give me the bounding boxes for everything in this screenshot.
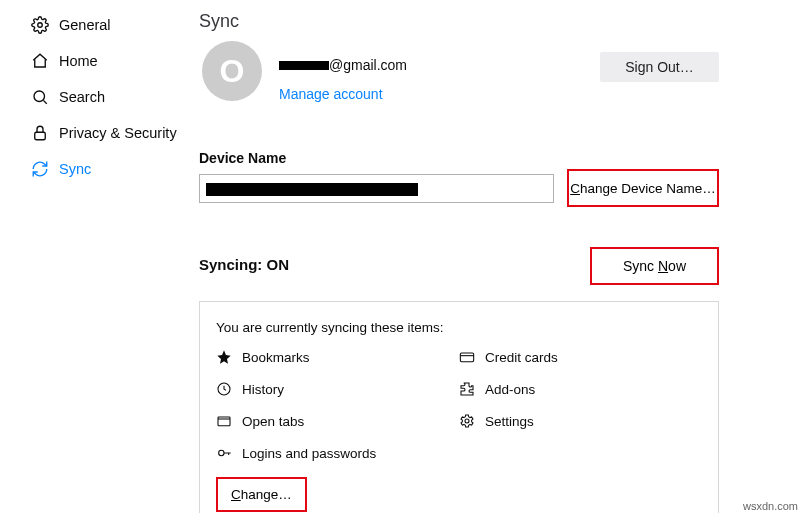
device-name-label: Device Name	[199, 150, 719, 166]
sidebar: General Home Search Privacy & Security S…	[31, 7, 191, 187]
clock-icon	[216, 381, 232, 397]
sync-items-grid: Bookmarks History Open tabs Logins and p…	[216, 349, 702, 477]
sidebar-item-privacy[interactable]: Privacy & Security	[31, 115, 191, 151]
svg-rect-7	[460, 353, 473, 362]
sidebar-item-home[interactable]: Home	[31, 43, 191, 79]
sync-items-box: You are currently syncing these items: B…	[199, 301, 719, 513]
account-email: @gmail.com	[279, 57, 407, 73]
page-title: Sync	[199, 11, 719, 32]
sidebar-item-label: Search	[59, 89, 105, 105]
svg-point-1	[34, 91, 45, 102]
sidebar-item-label: Privacy & Security	[59, 125, 177, 141]
sync-item-logins: Logins and passwords	[216, 445, 459, 461]
main-content: Sync O @gmail.com Manage account Sign Ou…	[199, 11, 719, 513]
account-row: O @gmail.com Manage account Sign Out…	[199, 44, 719, 114]
change-device-name-button[interactable]: Change Device Name…	[567, 169, 719, 207]
sidebar-item-label: General	[59, 17, 111, 33]
sync-item-creditcards: Credit cards	[459, 349, 702, 365]
sync-item-opentabs: Open tabs	[216, 413, 459, 429]
gear-icon	[31, 16, 49, 34]
device-row: Change Device Name…	[199, 174, 719, 208]
manage-account-link[interactable]: Manage account	[279, 86, 383, 102]
sign-out-button[interactable]: Sign Out…	[600, 52, 719, 82]
device-name-masked	[206, 183, 418, 196]
sidebar-item-sync[interactable]: Sync	[31, 151, 191, 187]
syncing-status-label: Syncing: ON	[199, 256, 289, 273]
star-icon	[216, 349, 232, 365]
tab-icon	[216, 413, 232, 429]
sync-item-bookmarks: Bookmarks	[216, 349, 459, 365]
svg-point-8	[465, 419, 469, 423]
svg-point-6	[219, 450, 224, 455]
sync-item-addons: Add-ons	[459, 381, 702, 397]
gear-icon	[459, 413, 475, 429]
sidebar-item-general[interactable]: General	[31, 7, 191, 43]
search-icon	[31, 88, 49, 106]
sidebar-item-label: Sync	[59, 161, 91, 177]
svg-rect-3	[35, 132, 46, 140]
watermark: wsxdn.com	[743, 500, 798, 512]
avatar[interactable]: O	[202, 41, 262, 101]
svg-rect-5	[218, 417, 230, 426]
sidebar-item-label: Home	[59, 53, 98, 69]
lock-icon	[31, 124, 49, 142]
sync-col-right: Credit cards Add-ons Settings	[459, 349, 702, 477]
puzzle-icon	[459, 381, 475, 397]
svg-line-2	[43, 100, 46, 103]
sync-items-lead: You are currently syncing these items:	[216, 320, 702, 335]
sync-item-history: History	[216, 381, 459, 397]
svg-point-0	[38, 23, 43, 28]
credit-card-icon	[459, 349, 475, 365]
home-icon	[31, 52, 49, 70]
sync-col-left: Bookmarks History Open tabs Logins and p…	[216, 349, 459, 477]
device-name-field[interactable]	[199, 174, 554, 203]
sidebar-item-search[interactable]: Search	[31, 79, 191, 115]
sync-now-button[interactable]: Sync Now	[590, 247, 719, 285]
sync-icon	[31, 160, 49, 178]
syncing-row: Syncing: ON Sync Now	[199, 253, 719, 293]
email-masked	[279, 61, 329, 70]
change-sync-items-button[interactable]: Change…	[216, 477, 307, 512]
sync-item-settings: Settings	[459, 413, 702, 429]
key-icon	[216, 445, 232, 461]
